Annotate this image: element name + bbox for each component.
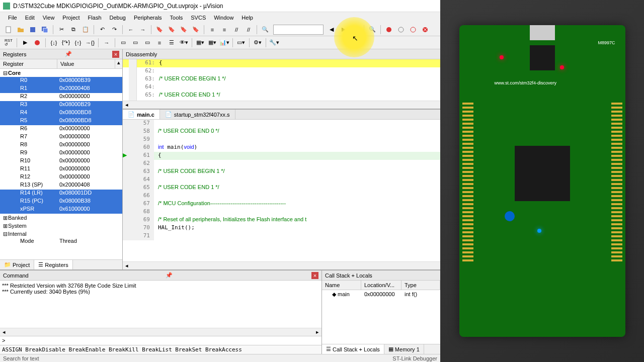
nav-back-button[interactable]: ← — [125, 24, 136, 35]
editor-content[interactable]: 5758/* USER CODE END 0 */5960int main(vo… — [123, 120, 440, 261]
menu-project[interactable]: Project — [58, 14, 84, 22]
tab-main-c[interactable]: 📄main.c — [123, 110, 160, 119]
cmd-window-button[interactable]: ▭ — [118, 37, 129, 48]
reg-group-internal[interactable]: ⊟Internal — [0, 230, 122, 238]
find-next-button[interactable]: ▶ — [338, 24, 349, 35]
breakpoint-disable-button[interactable] — [408, 24, 419, 35]
editor-line[interactable]: 69 /* Reset of all peripherals, Initiali… — [123, 216, 440, 224]
editor-line[interactable]: 60int main(void) — [123, 144, 440, 152]
menu-flash[interactable]: Flash — [84, 14, 106, 22]
serial-window-button[interactable]: ▦▾ — [207, 37, 218, 48]
disasm-window-button[interactable]: ▭ — [130, 37, 141, 48]
pin-icon[interactable]: 📌 — [166, 272, 173, 279]
register-row[interactable]: R40x08000BD8 — [0, 109, 122, 117]
expander-icon[interactable]: ⊟ — [2, 70, 8, 76]
editor-line[interactable]: 63 /* USER CODE BEGIN 1 */ — [123, 168, 440, 176]
step-in-button[interactable]: {↓} — [48, 37, 59, 48]
disasm-line[interactable]: 62: — [123, 67, 440, 75]
editor-line[interactable]: 71 — [123, 232, 440, 240]
close-icon[interactable]: × — [112, 51, 119, 58]
menu-file[interactable]: File — [4, 14, 21, 22]
indent-button[interactable]: ≡ — [207, 24, 218, 35]
comment-button[interactable]: // — [231, 24, 242, 35]
callstack-row[interactable]: ◆ main 0x00000000 int f() — [322, 290, 440, 299]
editor-line[interactable]: 58/* USER CODE END 0 */ — [123, 128, 440, 136]
find-in-files-button[interactable]: 🔍 — [350, 24, 361, 35]
undo-button[interactable]: ↶ — [97, 24, 108, 35]
bookmark-button[interactable]: 🔖 — [154, 24, 165, 35]
redo-button[interactable]: ↷ — [109, 24, 120, 35]
debug-session-button[interactable]: 🔍 — [367, 24, 378, 35]
find-prev-button[interactable]: ◀ — [326, 24, 337, 35]
tab-registers[interactable]: ☰Registers — [34, 260, 72, 269]
memory-window-button[interactable]: ▦▾ — [195, 37, 206, 48]
reset-button[interactable]: RST↺ — [3, 37, 14, 48]
breakpoint-insert-button[interactable] — [383, 24, 394, 35]
register-row[interactable]: R90x00000000 — [0, 149, 122, 157]
menu-peripherals[interactable]: Peripherals — [130, 14, 166, 22]
editor-line[interactable]: ▶61{ — [123, 152, 440, 160]
bookmark-clear-button[interactable]: 🔖 — [190, 24, 201, 35]
step-over-button[interactable]: {↷} — [60, 37, 71, 48]
disasm-line[interactable]: 64: — [123, 83, 440, 92]
find-button[interactable]: 🔍 — [260, 24, 271, 35]
bookmark-prev-button[interactable]: 🔖 — [166, 24, 177, 35]
editor-line[interactable]: 57 — [123, 120, 440, 128]
editor-line[interactable]: 59 — [123, 136, 440, 144]
find-combo[interactable] — [273, 25, 324, 35]
bookmark-next-button[interactable]: 🔖 — [178, 24, 189, 35]
col-location[interactable]: Location/V... — [361, 281, 401, 290]
run-button[interactable]: ▶ — [20, 37, 31, 48]
reg-group-banked[interactable]: ⊞Banked — [0, 214, 122, 222]
uncomment-button[interactable]: // — [243, 24, 254, 35]
trace-window-button[interactable]: ▭▾ — [235, 37, 247, 48]
outdent-button[interactable]: ≡ — [219, 24, 230, 35]
register-row[interactable]: R110x00000000 — [0, 165, 122, 173]
editor-line[interactable]: 70 HAL_Init(); — [123, 224, 440, 232]
disasm-line[interactable]: 61: { — [123, 59, 440, 67]
reg-group-core[interactable]: ⊟ Core — [0, 69, 122, 77]
menu-edit[interactable]: Edit — [21, 14, 39, 22]
stop-button[interactable] — [32, 37, 43, 48]
register-row[interactable]: R13 (SP)0x20000408 — [0, 182, 122, 190]
watch-window-button[interactable]: 👁▾ — [178, 37, 189, 48]
pin-icon[interactable]: 📌 — [65, 51, 72, 57]
register-row[interactable]: xPSR0x61000000 — [0, 206, 122, 214]
col-value[interactable]: Value — [57, 59, 115, 68]
command-scrollbar[interactable]: ◂▸ — [0, 328, 321, 336]
editor-line[interactable]: 62 — [123, 160, 440, 168]
run-to-cursor-button[interactable]: →{} — [85, 37, 96, 48]
register-row[interactable]: R10x20000408 — [0, 85, 122, 93]
editor-scrollbar[interactable]: ◂ — [123, 261, 440, 269]
step-out-button[interactable]: {↑} — [72, 37, 84, 48]
register-row[interactable]: R14 (LR)0x080001DD — [0, 190, 122, 198]
tab-callstack[interactable]: ☰Call Stack + Locals — [322, 344, 384, 354]
nav-fwd-button[interactable]: → — [137, 24, 148, 35]
toolbox-button[interactable]: 🔧▾ — [269, 37, 280, 48]
scroll-up-icon[interactable]: ▴ — [115, 59, 122, 68]
menu-svcs[interactable]: SVCS — [187, 14, 210, 22]
analysis-window-button[interactable]: 📊▾ — [219, 37, 230, 48]
registers-tree[interactable]: ⊟ Core R00x08000B39R10x20000408R20x00000… — [0, 69, 122, 259]
register-row[interactable]: R50x08000BD8 — [0, 117, 122, 125]
save-all-button[interactable] — [39, 24, 50, 35]
editor-line[interactable]: 67 /* MCU Configuration-----------------… — [123, 200, 440, 208]
tab-startup[interactable]: 📄startup_stm32f407xx.s — [160, 110, 235, 119]
tab-project[interactable]: 📁Project — [0, 260, 34, 269]
register-row[interactable]: R60x00000000 — [0, 125, 122, 133]
registers-window-button[interactable]: ≡ — [154, 37, 165, 48]
paste-button[interactable]: 📋 — [80, 24, 91, 35]
command-input[interactable]: > — [0, 336, 321, 345]
command-output[interactable]: *** Restricted Version with 32768 Byte C… — [0, 281, 321, 328]
tab-memory[interactable]: ▦Memory 1 — [384, 344, 424, 354]
register-row[interactable]: R15 (PC)0x08000B38 — [0, 198, 122, 206]
close-icon[interactable]: × — [311, 272, 318, 279]
col-register[interactable]: Register — [0, 59, 57, 68]
menu-help[interactable]: Help — [237, 14, 257, 22]
reg-group-system[interactable]: ⊞System — [0, 222, 122, 230]
copy-button[interactable]: ⧉ — [68, 24, 79, 35]
register-row[interactable]: R30x08000B29 — [0, 101, 122, 109]
disasm-line[interactable]: 65: /* USER CODE END 1 */ — [123, 92, 440, 100]
disassembly-content[interactable]: 61: {62: 63: /* USER CODE BEGIN 1 */64: … — [123, 59, 440, 101]
breakpoint-kill-button[interactable] — [420, 24, 431, 35]
